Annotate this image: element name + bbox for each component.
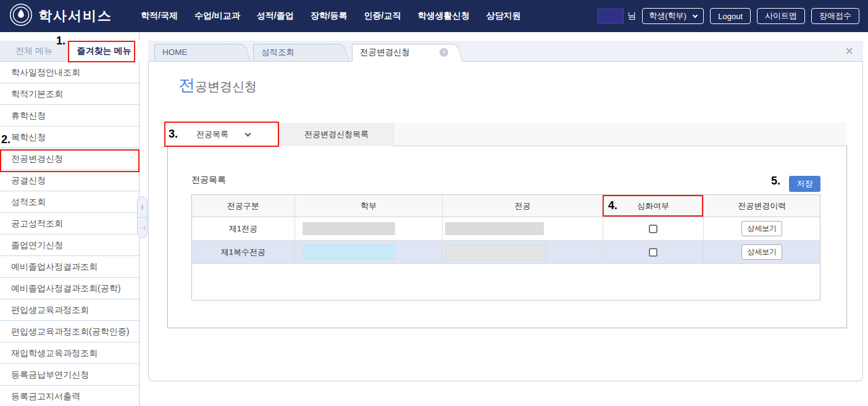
sidebar-collapse-control: ∥ →| [137, 196, 148, 238]
collapse-icon: ∥ [141, 204, 144, 210]
topnav-item[interactable]: 인증/교직 [364, 10, 401, 22]
topnav-item[interactable]: 상담지원 [486, 10, 520, 22]
sidebar-menu-item[interactable]: 복학신청 [0, 126, 140, 148]
close-icon[interactable]: × [845, 43, 853, 59]
sidebar-menu-item[interactable]: 편입생교육과정조회 [0, 299, 140, 321]
table-header-cell: 전공 [443, 195, 603, 217]
table-header-cell: 전공변경이력 [704, 195, 820, 217]
intensive-checkbox[interactable] [649, 225, 657, 233]
table-row: 제1전공 상세보기 [192, 217, 820, 241]
workspace-tab-home[interactable]: HOME [154, 44, 251, 61]
faculty-cell [295, 241, 443, 263]
sidebar-menu-item[interactable]: 재입학생교육과정조회 [0, 342, 140, 364]
redacted-major-value [445, 244, 546, 260]
sidebar-menu-list: 학사일정안내조회학적기본조회휴학신청복학신청전공변경신청공결신청성적조회공고성적… [0, 62, 140, 406]
user-name-suffix: 님 [627, 10, 636, 22]
intensive-cell [603, 217, 704, 240]
workspace-tab-grades-label: 성적조회 [261, 44, 294, 61]
page-title-rest: 공변경신청 [195, 78, 257, 95]
user-area: 님 학생(학부) Logout 사이트맵 장애접수 [598, 0, 859, 32]
role-select-value: 학생(학부) [649, 10, 686, 22]
sidebar-menu-item[interactable]: 예비졸업사정결과조회(공학) [0, 278, 140, 299]
chevron-down-icon [693, 12, 698, 17]
sidebar-menu-item[interactable]: 등록금고지서출력 [0, 386, 140, 406]
top-navbar: 학사서비스 학적/국제수업/비교과성적/졸업장학/등록인증/교직학생생활신청상담… [0, 0, 868, 32]
expand-icon: →| [139, 225, 145, 230]
sidebar-menu-item[interactable]: 학사일정안내조회 [0, 62, 140, 83]
detail-view-button[interactable]: 상세보기 [741, 244, 782, 260]
intensive-cell [603, 241, 704, 263]
sidebar-menu-item[interactable]: 공고성적조회 [0, 213, 140, 234]
sidebar: 전체 메뉴 즐겨찾는 메뉴 학사일정안내조회학적기본조회휴학신청복학신청전공변경… [0, 32, 140, 406]
page-title: 전 공변경신청 [178, 74, 257, 96]
academic-service-app: 학사서비스 학적/국제수업/비교과성적/졸업장학/등록인증/교직학생생활신청상담… [0, 0, 868, 406]
workspace-tab-home-label: HOME [162, 44, 188, 61]
sidebar-menu-item[interactable]: 휴학신청 [0, 105, 140, 126]
sidebar-tab-all-menu[interactable]: 전체 메뉴 [0, 41, 69, 62]
subtab-change-request-list[interactable]: 전공변경신청목록 [280, 123, 394, 146]
logout-button[interactable]: Logout [710, 8, 751, 24]
sidebar-menu-item[interactable]: 졸업연기신청 [0, 234, 140, 256]
save-button[interactable]: 저장 [789, 176, 820, 192]
chevron-down-icon [245, 130, 251, 136]
sitemap-button[interactable]: 사이트맵 [757, 8, 805, 24]
sidebar-menu-item[interactable]: 예비졸업사정결과조회 [0, 256, 140, 278]
workspace-tabstrip: HOME 성적조회 전공변경신청 × × [148, 41, 863, 62]
major-category-cell: 제1전공 [192, 217, 295, 240]
intensive-checkbox[interactable] [649, 248, 657, 257]
topnav-item[interactable]: 장학/등록 [311, 10, 348, 22]
topnav-item[interactable]: 학적/국제 [141, 10, 178, 22]
table-header-cell: 심화여부 [603, 195, 704, 217]
sidebar-expand-button[interactable]: →| [138, 217, 147, 238]
sidebar-menu-item[interactable]: 학적기본조회 [0, 83, 140, 105]
history-cell: 상세보기 [704, 217, 820, 240]
major-category-cell: 제1복수전공 [192, 241, 295, 263]
content-card: 전 공변경신청 전공목록 전공변경신청목록 전공목록 저장 전공구분학부전공심화… [148, 62, 863, 381]
table-header-cell: 학부 [295, 195, 443, 217]
sidebar-menu-item[interactable]: 공결신청 [0, 170, 140, 191]
table-row-highlighted: 제1복수전공 상세보기 [192, 241, 820, 264]
sidebar-menu-item[interactable]: 전공변경신청 [0, 148, 140, 170]
redacted-faculty-value [303, 222, 395, 235]
brand[interactable]: 학사서비스 [0, 3, 132, 29]
history-cell: 상세보기 [704, 241, 820, 263]
workspace-tab-major-change[interactable]: 전공변경신청 × [352, 44, 463, 62]
subtab-major-list-label: 전공목록 [196, 129, 228, 140]
workspace-tab-major-change-label: 전공변경신청 [360, 44, 410, 61]
redacted-major-value [445, 222, 544, 235]
table-header-row: 전공구분학부전공심화여부전공변경이력 [192, 195, 820, 217]
university-seal-icon [9, 3, 33, 29]
topnav-item[interactable]: 수업/비교과 [194, 10, 240, 22]
detail-view-button[interactable]: 상세보기 [741, 221, 782, 236]
table-header-cell: 전공구분 [192, 195, 295, 217]
tab-close-icon[interactable]: × [440, 48, 448, 57]
major-cell [443, 217, 603, 240]
sidebar-menu-item[interactable]: 등록금납부연기신청 [0, 364, 140, 386]
sidebar-menu-item[interactable]: 성적조회 [0, 191, 140, 213]
app-title: 학사서비스 [38, 7, 112, 25]
report-issue-button[interactable]: 장애접수 [811, 8, 859, 24]
sidebar-tabs: 전체 메뉴 즐겨찾는 메뉴 [0, 41, 140, 62]
redacted-user-name [598, 9, 624, 23]
major-list-panel: 전공목록 저장 전공구분학부전공심화여부전공변경이력 제1전공 상세보기 제1복… [167, 146, 847, 328]
page-title-accent: 전 [178, 74, 195, 96]
sidebar-menu-item[interactable]: 편입생교육과정조회(공학인증) [0, 321, 140, 342]
major-table: 전공구분학부전공심화여부전공변경이력 제1전공 상세보기 제1복수전공 상세보기 [191, 194, 820, 300]
sidebar-tab-favorites[interactable]: 즐겨찾는 메뉴 [69, 41, 140, 62]
sidebar-collapse-button[interactable]: ∥ [138, 197, 147, 217]
role-select[interactable]: 학생(학부) [642, 8, 704, 24]
faculty-cell [295, 217, 443, 240]
workspace-tab-grades[interactable]: 성적조회 [253, 44, 349, 61]
top-menu: 학적/국제수업/비교과성적/졸업장학/등록인증/교직학생생활신청상담지원 [141, 10, 520, 22]
section-title: 전공목록 [191, 175, 226, 186]
redacted-faculty-value [303, 244, 395, 260]
subtab-major-list[interactable]: 전공목록 [167, 123, 280, 146]
topnav-item[interactable]: 성적/졸업 [257, 10, 294, 22]
major-cell [443, 241, 603, 263]
topnav-item[interactable]: 학생생활신청 [417, 10, 469, 22]
subtab-strip: 전공목록 전공변경신청목록 [167, 123, 847, 146]
